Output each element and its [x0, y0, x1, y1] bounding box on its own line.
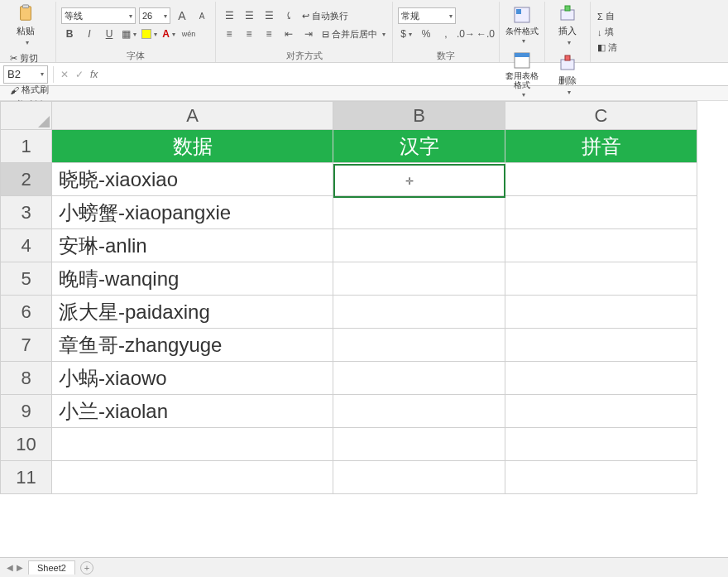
- insert-cells-button[interactable]: 插入▾: [550, 2, 585, 48]
- indent-decrease-button[interactable]: ⇤: [280, 26, 297, 42]
- cell-B8[interactable]: [333, 362, 505, 395]
- row-9: 9 小兰-xiaolan: [1, 395, 697, 428]
- sheet-nav-prev[interactable]: ◀: [7, 563, 13, 572]
- comma-button[interactable]: ,: [438, 26, 454, 42]
- cancel-formula-button[interactable]: ✕: [60, 69, 69, 80]
- cell-B5[interactable]: [333, 262, 505, 296]
- col-header-A[interactable]: A: [52, 102, 333, 130]
- cell-A10[interactable]: [52, 428, 333, 461]
- col-header-B[interactable]: B: [333, 102, 505, 130]
- cell-C6[interactable]: [505, 296, 697, 329]
- clear-button[interactable]: ◧清: [596, 41, 619, 55]
- currency-button[interactable]: $▾: [398, 26, 414, 42]
- conditional-format-button[interactable]: 条件格式▾: [505, 2, 539, 48]
- cell-B1[interactable]: 汉字: [333, 130, 505, 163]
- group-label-font: 字体: [127, 48, 145, 62]
- align-left-button[interactable]: ≡: [221, 26, 237, 42]
- cell-A11[interactable]: [52, 461, 333, 494]
- cell-C10[interactable]: [505, 428, 697, 461]
- cell-B7[interactable]: [333, 329, 505, 362]
- cell-C7[interactable]: [505, 329, 697, 362]
- autosum-button[interactable]: Σ自: [596, 9, 619, 23]
- format-painter-button[interactable]: 🖌 格式刷: [8, 83, 50, 97]
- border-button[interactable]: ▦▾: [121, 26, 137, 42]
- row-header[interactable]: 7: [1, 329, 52, 362]
- cell-B3[interactable]: [333, 196, 505, 229]
- fx-icon[interactable]: fx: [90, 69, 98, 80]
- orientation-button[interactable]: ⤹: [280, 7, 297, 24]
- underline-button[interactable]: U: [101, 26, 117, 42]
- align-right-button[interactable]: ≡: [261, 26, 277, 42]
- cell-C5[interactable]: [505, 262, 697, 296]
- italic-button[interactable]: I: [81, 26, 98, 42]
- row-header[interactable]: 9: [1, 395, 52, 428]
- decrease-font-button[interactable]: A: [194, 7, 210, 24]
- formula-input[interactable]: [104, 66, 725, 83]
- paste-button[interactable]: 粘贴 ▾: [8, 2, 43, 48]
- cell-C3[interactable]: [505, 196, 697, 229]
- row-1: 1 数据 汉字 拼音: [1, 130, 697, 163]
- row-header[interactable]: 6: [1, 296, 52, 329]
- font-color-button[interactable]: A▾: [160, 26, 177, 42]
- align-middle-button[interactable]: ☰: [241, 7, 257, 24]
- font-name-select[interactable]: 等线▾: [61, 7, 136, 24]
- cell-B2[interactable]: [333, 163, 505, 196]
- increase-font-button[interactable]: A: [174, 7, 190, 24]
- fill-color-button[interactable]: ▾: [141, 26, 157, 42]
- bold-button[interactable]: B: [61, 26, 78, 42]
- row-header[interactable]: 2: [1, 163, 52, 196]
- cell-C1[interactable]: 拼音: [505, 130, 697, 163]
- row-header[interactable]: 10: [1, 428, 52, 461]
- percent-button[interactable]: %: [418, 26, 434, 42]
- align-bottom-button[interactable]: ☰: [261, 7, 277, 24]
- number-format-select[interactable]: 常规▾: [398, 7, 456, 24]
- row-header[interactable]: 8: [1, 362, 52, 395]
- wrap-text-button[interactable]: ↩ 自动换行: [300, 9, 350, 23]
- cell-A4[interactable]: 安琳-anlin: [52, 229, 333, 262]
- row-header[interactable]: 5: [1, 262, 52, 296]
- cell-C2[interactable]: [505, 163, 697, 196]
- indent-increase-button[interactable]: ⇥: [300, 26, 317, 42]
- cut-button[interactable]: ✂ 剪切: [8, 51, 50, 65]
- cell-A5[interactable]: 晚晴-wanqing: [52, 262, 333, 296]
- spreadsheet-grid[interactable]: A B C 1 数据 汉字 拼音 2 晓晓-xiaoxiao 3 小螃蟹-xia…: [0, 101, 728, 494]
- cell-C4[interactable]: [505, 229, 697, 262]
- cell-C11[interactable]: [505, 461, 697, 494]
- cell-C9[interactable]: [505, 395, 697, 428]
- ribbon-group-clipboard: 粘贴 ▾ ✂ 剪切 ⧉ 复制 🖌 格式刷 剪贴板: [3, 2, 56, 62]
- cell-A7[interactable]: 章鱼哥-zhangyuge: [52, 329, 333, 362]
- add-sheet-button[interactable]: +: [80, 561, 93, 575]
- cell-B9[interactable]: [333, 395, 505, 428]
- row-header[interactable]: 1: [1, 130, 52, 163]
- enter-formula-button[interactable]: ✓: [75, 69, 84, 80]
- cell-A3[interactable]: 小螃蟹-xiaopangxie: [52, 196, 333, 229]
- row-header[interactable]: 11: [1, 461, 52, 494]
- merge-center-button[interactable]: ⊟ 合并后居中▾: [320, 27, 387, 41]
- decrease-decimal-button[interactable]: ←.0: [477, 26, 494, 42]
- cell-A9[interactable]: 小兰-xiaolan: [52, 395, 333, 428]
- cell-B6[interactable]: [333, 296, 505, 329]
- cell-B4[interactable]: [333, 229, 505, 262]
- sheet-tab[interactable]: Sheet2: [28, 560, 75, 575]
- col-header-C[interactable]: C: [505, 102, 697, 130]
- font-size-select[interactable]: 26▾: [139, 7, 170, 24]
- phonetic-button[interactable]: wén: [180, 26, 197, 42]
- sheet-nav-next[interactable]: ▶: [17, 563, 23, 572]
- cell-A2[interactable]: 晓晓-xiaoxiao: [52, 163, 333, 196]
- row-11: 11: [1, 461, 697, 494]
- fill-button[interactable]: ↓填: [596, 25, 619, 39]
- align-top-button[interactable]: ☰: [221, 7, 237, 24]
- cell-B10[interactable]: [333, 428, 505, 461]
- select-all-corner[interactable]: [1, 102, 52, 130]
- row-7: 7 章鱼哥-zhangyuge: [1, 329, 697, 362]
- row-header[interactable]: 4: [1, 229, 52, 262]
- cell-A6[interactable]: 派大星-paidaxing: [52, 296, 333, 329]
- cell-A1[interactable]: 数据: [52, 130, 333, 163]
- name-box[interactable]: B2 ▾: [3, 65, 48, 84]
- row-header[interactable]: 3: [1, 196, 52, 229]
- increase-decimal-button[interactable]: .0→: [457, 26, 474, 42]
- cell-B11[interactable]: [333, 461, 505, 494]
- cell-C8[interactable]: [505, 362, 697, 395]
- align-center-button[interactable]: ≡: [241, 26, 257, 42]
- cell-A8[interactable]: 小蜗-xiaowo: [52, 362, 333, 395]
